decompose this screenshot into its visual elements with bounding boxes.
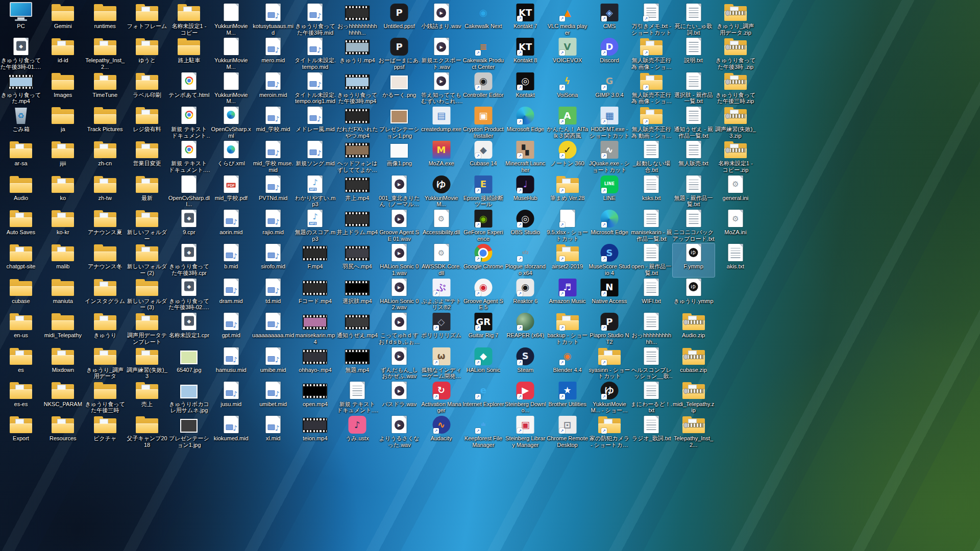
desktop-icon[interactable]: ♪umibe.mid [252,347,294,381]
desktop-icon[interactable]: ◉↗Controller Editor [462,72,504,106]
desktop-icon[interactable]: ニコニコバックアップロード.txt [673,209,715,243]
desktop-icon[interactable]: _起動しない場合.txt [630,140,672,174]
desktop-icon[interactable]: 調声用データテンプレート [126,312,168,346]
desktop-icon[interactable]: ♪td.mid [252,278,294,312]
desktop-icon[interactable]: midi_Telepathy [42,312,84,346]
desktop-icon[interactable]: manisekarin - 親作品一覧.txt [630,209,672,243]
desktop-icon[interactable]: TimeTune [84,72,126,106]
desktop-icon[interactable]: 最新 [126,175,168,209]
desktop-icon[interactable]: ゆ↗YukkuriMovieM... - ショートカット [589,381,630,415]
desktop-icon[interactable]: アナウンス夏 [84,209,126,243]
desktop-icon[interactable]: 名称未設定1 - コピー [168,3,210,37]
desktop-icon[interactable]: jijii [42,140,84,174]
desktop-icon[interactable]: ↗家の防犯カメラ - ショートカット [589,415,630,449]
desktop-icon[interactable]: akis.txt [715,243,756,277]
desktop-icon[interactable]: ♪hamusu.mid [210,347,252,381]
desktop-icon[interactable]: 無人販売.txt [673,140,715,174]
desktop-icon[interactable]: Audio [0,175,42,209]
desktop-icon[interactable]: ↗REAPER (x64) [504,312,546,346]
desktop-icon[interactable]: ko [42,175,84,209]
desktop-icon[interactable]: ♪meroin.mid [252,72,294,106]
desktop-icon[interactable]: Groove Agent SE 01.wav [378,209,420,243]
desktop-icon[interactable]: きゅうり食ってた午後三時 [84,381,126,415]
desktop-icon[interactable]: es [0,347,42,381]
desktop-icon[interactable]: ラベル印刷 [126,72,168,106]
desktop-icon[interactable]: S↗Steam [504,347,546,381]
desktop-icon[interactable]: くらび.xml [210,140,252,174]
desktop-icon[interactable]: D↗Discord [589,37,630,71]
desktop-icon[interactable]: V↗VOICEVOX [547,37,589,71]
desktop-icon[interactable]: F.mp4 [294,243,336,277]
desktop-icon[interactable]: ゆうと [126,37,168,71]
desktop-icon[interactable]: ↗筆まめ Ver.28 [547,175,589,209]
desktop-icon[interactable]: ▤createdump.exe [421,106,462,140]
desktop-icon[interactable]: ♪kiokumed.mid [210,415,252,449]
desktop-icon[interactable]: プレゼンテーション1.jpg [168,415,210,449]
desktop-icon[interactable]: ♪PVTNd.mid [252,175,294,209]
desktop-icon[interactable]: ラジオ_歌詞.txt [630,415,672,449]
desktop-icon[interactable]: malib [42,243,84,277]
desktop-icon[interactable]: ↗無人販売不正行為 動画 - ショートカット [630,106,672,140]
desktop-icon[interactable]: PC [0,3,42,37]
desktop-icon[interactable]: ↗backup - ショートカット [547,312,589,346]
desktop-icon[interactable]: Audio.zip [673,312,715,346]
desktop-icon[interactable]: おっhhhhhhhhhhhhh... [336,3,378,37]
desktop-icon[interactable]: ★↗Brother Utilities [547,381,589,415]
desktop-icon[interactable]: 新しいフォルダー (2) [126,243,168,277]
desktop-icon[interactable]: PDFmid_学校.pdf [210,175,252,209]
desktop-icon[interactable]: ja [42,106,84,140]
desktop-icon[interactable]: ◉Cakewalk Next [462,3,504,37]
desktop-icon[interactable]: G↗GIMP 3.0.4 [589,72,630,106]
desktop-icon[interactable]: ピクチャ [84,415,126,449]
desktop-icon[interactable]: HALion Sonic 01.wav [378,243,420,277]
desktop-icon[interactable]: WIFI.txt [630,278,672,312]
desktop-icon[interactable]: MMoZA.exe [421,140,462,174]
desktop-icon[interactable]: N↗Native Access [589,278,630,312]
desktop-icon[interactable]: 無題 - 親作品一覧.txt [673,175,715,209]
desktop-icon[interactable]: ▲↗VLC media player [547,3,589,37]
desktop-icon[interactable]: ずんだもん_しおかぜふ.wav [378,347,420,381]
desktop-icon[interactable]: ↗Microsoft Edge [504,106,546,140]
desktop-icon[interactable]: ♪rajio.mid [252,209,294,243]
desktop-icon[interactable]: cubase.zip [673,347,715,381]
desktop-icon[interactable]: ✓↗ノートン 360 [547,140,589,174]
desktop-icon[interactable]: 調声練習(失敗)_3.zip [715,106,756,140]
desktop-icon[interactable]: ♪mid_学校 muse.mid [252,140,294,174]
desktop-icon[interactable]: 井上.mp4 [336,175,378,209]
desktop-icon[interactable]: 無題.mp4 [336,347,378,381]
desktop-icon[interactable]: ♪タイトル未設定.tempo.mid [294,37,336,71]
desktop-icon[interactable]: ♪gpt.mid [210,312,252,346]
desktop-icon[interactable]: 通知うぜえ.mp4 [336,312,378,346]
desktop-icon[interactable]: zh-cn [84,140,126,174]
desktop-icon[interactable]: 死にたい_ゅ歌詞.txt [673,3,715,37]
desktop-icon[interactable]: 画像1.png [378,140,420,174]
desktop-icon[interactable]: midi_Telepathy.zip [673,381,715,415]
desktop-icon[interactable]: きゅうりボカコレ用サムネ.jpg [168,381,210,415]
desktop-icon[interactable]: YukkuriMovieM... [210,3,252,37]
desktop-icon[interactable]: 新しいフォルダー [126,209,168,243]
desktop-icon[interactable]: ⚙Accessibility.dll [421,209,462,243]
desktop-icon[interactable]: パスドラ.wav [378,381,420,415]
desktop-icon[interactable]: テンポあて.html [168,72,210,106]
desktop-icon[interactable]: 調声練習(失敗)_3 [126,347,168,381]
desktop-icon[interactable]: Track Pictures [84,106,126,140]
desktop-icon[interactable]: きゅうり.mp4 [336,37,378,71]
desktop-icon[interactable]: Telepathy_Inst_2... [673,415,715,449]
desktop-icon[interactable]: ⚙MoZA.ini [715,209,756,243]
desktop-icon[interactable]: P↗Piapro Studio NT2 [589,312,630,346]
desktop-icon[interactable]: ⊡↗Chrome Remote Desktop [547,415,589,449]
desktop-icon[interactable]: ar-sa [0,140,42,174]
desktop-icon[interactable]: ♪aorin.mid [210,209,252,243]
desktop-icon[interactable]: ohhayo-.mp4 [294,347,336,381]
desktop-icon[interactable]: ♪新規ソング.mid [294,140,336,174]
desktop-icon[interactable]: 選択肢.mp4 [336,278,378,312]
desktop-icon[interactable]: ↗Microsoft Edge [589,209,630,243]
desktop-icon[interactable]: 営業日変更 [126,140,168,174]
desktop-icon[interactable]: ↗万引きメモ.txt - ショートカット [630,3,672,37]
desktop-icon[interactable]: Gemini [42,3,84,37]
desktop-icon[interactable]: OpenCvSharp.xml [210,106,252,140]
desktop-icon[interactable]: ↗無人販売不正行為 画像 - ショートカッ... [630,37,672,71]
desktop-icon[interactable]: YukkuriMovieM... [210,37,252,71]
desktop-icon[interactable]: e↗Internet Explorer [462,381,504,415]
desktop-icon[interactable]: 新しいフォルダー (3) [126,278,168,312]
